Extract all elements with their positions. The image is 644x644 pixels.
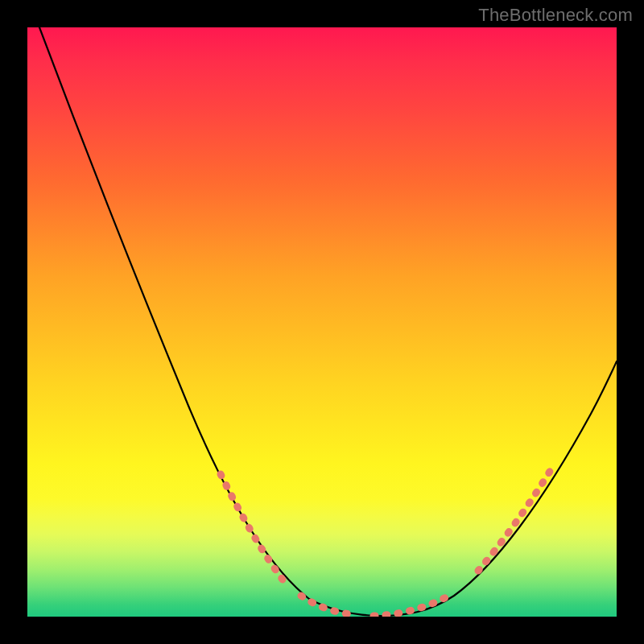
chart-frame: TheBottleneck.com [0,0,644,644]
curve-svg [27,27,617,617]
overlay-dots-group [221,470,551,616]
dots-right [478,470,551,571]
plot-area [27,27,617,617]
watermark-label: TheBottleneck.com [478,5,633,26]
dots-left [221,474,285,583]
bottleneck-curve [39,27,617,616]
